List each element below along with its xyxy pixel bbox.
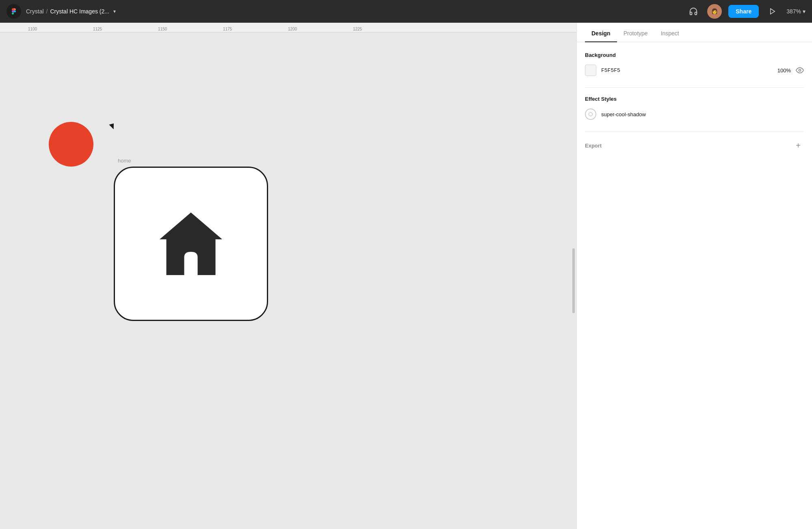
project-name[interactable]: Crystal [26,8,44,15]
topbar: Crystal / Crystal HC Images (2... ▾ 👩 Sh… [0,0,812,23]
export-add-button[interactable]: + [793,140,804,151]
zoom-indicator[interactable]: 387% ▾ [786,8,806,15]
ruler-mark: 1200 [288,27,297,31]
effect-styles-title: Effect Styles [585,96,804,102]
zoom-level: 387% [786,8,801,15]
tab-inspect[interactable]: Inspect [654,25,686,42]
canvas-content[interactable]: home [0,33,576,529]
topbar-right: 👩 Share 387% ▾ [686,4,806,19]
effect-style-name: super-cool-shadow [601,111,646,117]
avatar[interactable]: 👩 [707,4,722,19]
avatar-initials: 👩 [711,8,718,14]
effect-styles-section: Effect Styles super-cool-shadow [585,96,804,120]
background-title: Background [585,52,804,58]
file-chevron[interactable]: ▾ [113,9,116,14]
background-row: F5F5F5 100% [585,65,804,76]
ruler-mark: 1225 [353,27,362,31]
panel-tabs: Design Prototype Inspect [577,23,812,42]
background-opacity[interactable]: 100% [777,67,791,74]
ruler-mark: 1125 [93,27,102,31]
ruler-mark: 1175 [223,27,232,31]
canvas-area[interactable]: 1100 1125 1150 1175 1200 1225 home [0,23,576,529]
panel-body: Background F5F5F5 100% Effect Style [577,42,812,529]
visibility-toggle[interactable] [796,66,804,74]
background-color-swatch[interactable] [585,65,596,76]
breadcrumb: Crystal / Crystal HC Images (2... ▾ [26,8,116,15]
cursor-indicator [109,124,115,130]
effect-style-item[interactable]: super-cool-shadow [585,108,804,120]
export-row: Export + [585,140,804,151]
background-section: Background F5F5F5 100% [585,52,804,76]
figma-logo[interactable] [6,4,21,19]
export-section: Export + [585,140,804,151]
ruler-top: 1100 1125 1150 1175 1200 1225 [0,23,576,33]
zoom-chevron: ▾ [803,8,806,15]
red-circle[interactable] [49,122,93,167]
home-icon [146,199,236,288]
divider-1 [585,87,804,88]
ruler-mark: 1100 [28,27,37,31]
tab-prototype[interactable]: Prototype [617,25,654,42]
svg-point-1 [799,69,801,72]
effect-style-icon [585,108,596,120]
divider-2 [585,131,804,132]
file-name[interactable]: Crystal HC Images (2... [50,8,109,15]
svg-marker-0 [771,9,775,14]
home-card[interactable] [114,167,268,321]
share-button[interactable]: Share [728,5,759,18]
canvas-scrollbar[interactable] [572,248,575,313]
headphones-button[interactable] [686,4,701,19]
play-button[interactable] [765,4,780,19]
right-panel: Design Prototype Inspect Background F5F5… [576,23,812,529]
tab-design[interactable]: Design [585,25,617,42]
breadcrumb-separator: / [46,8,48,15]
background-color-hex[interactable]: F5F5F5 [601,67,773,74]
ruler-mark: 1150 [158,27,167,31]
main-area: 1100 1125 1150 1175 1200 1225 home [0,23,812,529]
home-frame-label: home [118,158,131,164]
export-title: Export [585,143,602,149]
